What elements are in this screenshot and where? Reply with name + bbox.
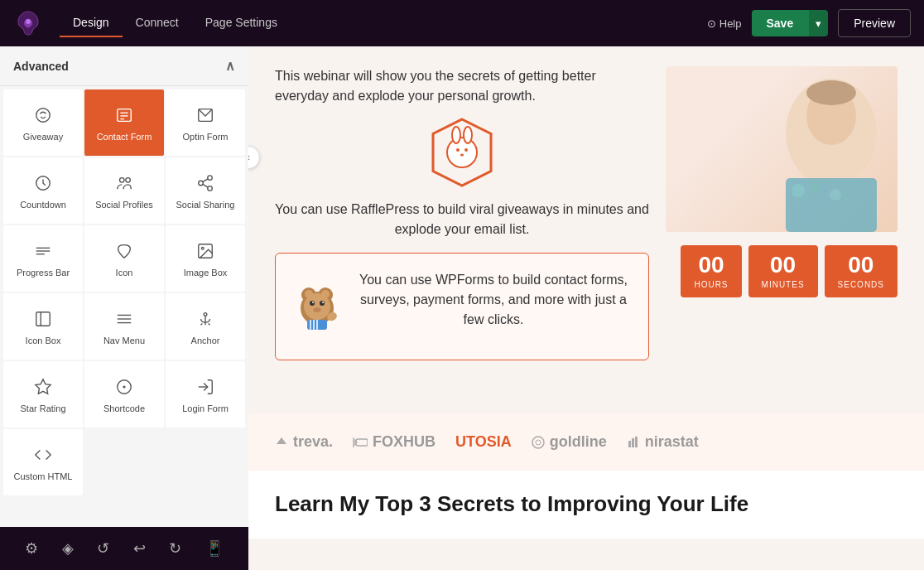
- intro-paragraph: This webinar will show you the secrets o…: [275, 66, 649, 106]
- svg-point-19: [201, 247, 204, 249]
- widget-shortcode[interactable]: Shortcode: [84, 361, 164, 428]
- svg-point-10: [208, 176, 213, 181]
- widget-progress-bar-label: Progress Bar: [17, 268, 70, 278]
- widget-login-form[interactable]: Login Form: [166, 361, 245, 428]
- logo-goldline: goldline: [532, 433, 607, 451]
- svg-line-28: [209, 323, 210, 325]
- svg-point-36: [464, 127, 472, 143]
- tab-page-settings[interactable]: Page Settings: [192, 9, 291, 37]
- countdown-icon: [34, 174, 52, 195]
- raffle-hexagon: [429, 119, 495, 186]
- anchor-icon: [196, 310, 214, 331]
- svg-point-34: [447, 138, 477, 167]
- widget-star-rating[interactable]: Star Rating: [3, 361, 83, 428]
- widget-social-profiles[interactable]: Social Profiles: [84, 157, 164, 224]
- hours-value: 00: [694, 254, 728, 277]
- svg-rect-20: [36, 312, 51, 326]
- widget-image-box[interactable]: Image Box: [166, 225, 245, 292]
- preview-button[interactable]: Preview: [838, 9, 911, 37]
- widget-icon-box[interactable]: Icon Box: [3, 293, 83, 360]
- svg-point-50: [313, 307, 321, 312]
- widget-icon[interactable]: Icon: [84, 225, 164, 292]
- widget-social-sharing[interactable]: Social Sharing: [166, 157, 245, 224]
- sidebar-panel: Advanced ∧ Giveaway: [0, 46, 248, 570]
- logo-nirastat: nirastat: [627, 433, 699, 451]
- nav-menu-icon: [115, 310, 133, 331]
- wpforms-box: You can use WPForms to build contact for…: [275, 253, 649, 360]
- history-toolbar-icon[interactable]: ↺: [90, 536, 116, 561]
- bottom-toolbar: ⚙ ◈ ↺ ↩ ↻ 📱: [0, 527, 248, 570]
- widget-optin-form[interactable]: Optin Form: [166, 89, 245, 156]
- canvas-area: ‹ This webinar will show you the secrets…: [248, 46, 924, 570]
- social-sharing-icon: [196, 174, 214, 195]
- wpforms-bear-icon: [292, 282, 342, 331]
- logo-treva: treva.: [275, 433, 333, 451]
- svg-point-31: [123, 386, 125, 388]
- widget-nav-menu[interactable]: Nav Menu: [84, 293, 164, 360]
- shortcode-icon: [115, 378, 133, 399]
- widget-login-form-label: Login Form: [182, 403, 229, 414]
- svg-point-45: [304, 293, 330, 320]
- wpforms-description: You can use WPForms to build contact for…: [355, 270, 632, 330]
- top-navigation: Design Connect Page Settings ⊙ Help Save…: [0, 0, 924, 46]
- svg-point-39: [460, 154, 464, 157]
- app-logo[interactable]: [13, 8, 43, 38]
- sidebar-header: Advanced ∧: [0, 46, 248, 86]
- widget-image-box-label: Image Box: [184, 268, 228, 278]
- tab-connect[interactable]: Connect: [123, 9, 192, 37]
- widget-progress-bar[interactable]: Progress Bar: [3, 225, 83, 292]
- seconds-label: SECONDS: [838, 280, 884, 289]
- mobile-toolbar-icon[interactable]: 📱: [199, 536, 230, 561]
- nav-right-actions: ⊙ Help Save ▾ Preview: [707, 9, 911, 37]
- countdown-hours: 00 HOURS: [681, 245, 741, 297]
- countdown-minutes: 00 MINUTES: [748, 245, 818, 297]
- widget-giveaway-label: Giveaway: [23, 132, 63, 142]
- widget-nav-menu-label: Nav Menu: [103, 336, 145, 346]
- svg-rect-65: [356, 439, 368, 446]
- widget-contact-form[interactable]: Contact Form: [84, 89, 164, 156]
- svg-point-9: [126, 177, 131, 182]
- icon-widget-icon: [115, 242, 133, 263]
- widget-anchor[interactable]: Anchor: [166, 293, 245, 360]
- learn-title: Learn My Top 3 Secrets to Improving Your…: [275, 490, 898, 519]
- countdown-seconds: 00 SECONDS: [825, 245, 898, 297]
- save-button[interactable]: Save: [752, 10, 809, 36]
- svg-point-35: [452, 127, 460, 143]
- svg-point-49: [322, 302, 324, 303]
- page-content: This webinar will show you the secrets o…: [248, 46, 924, 413]
- svg-point-8: [120, 177, 125, 182]
- save-dropdown-button[interactable]: ▾: [808, 10, 828, 36]
- help-link[interactable]: ⊙ Help: [707, 17, 742, 30]
- countdown-section: 00 HOURS 00 MINUTES 00 SECONDS: [666, 245, 898, 297]
- svg-point-62: [806, 80, 856, 105]
- svg-point-38: [464, 148, 468, 152]
- minutes-value: 00: [762, 254, 805, 277]
- svg-line-27: [201, 323, 203, 325]
- settings-toolbar-icon[interactable]: ⚙: [18, 536, 45, 561]
- layers-toolbar-icon[interactable]: ◈: [55, 536, 80, 561]
- widget-custom-html[interactable]: Custom HTML: [3, 429, 83, 495]
- person-image-area: [666, 66, 898, 232]
- widget-social-sharing-label: Social Sharing: [176, 200, 235, 210]
- widget-contact-form-label: Contact Form: [97, 132, 152, 142]
- redo-toolbar-icon[interactable]: ↻: [162, 536, 188, 561]
- widget-countdown-label: Countdown: [20, 200, 66, 210]
- widget-shortcode-label: Shortcode: [103, 403, 145, 414]
- chevron-up-icon[interactable]: ∧: [225, 58, 235, 74]
- widget-grid: Giveaway Contact Form: [0, 86, 248, 499]
- star-rating-icon: [34, 378, 52, 399]
- save-button-group: Save ▾: [752, 10, 829, 36]
- learn-section: Learn My Top 3 Secrets to Improving Your…: [248, 471, 924, 539]
- minutes-label: MINUTES: [762, 280, 805, 289]
- widget-icon-label: Icon: [116, 268, 133, 278]
- widget-giveaway[interactable]: Giveaway: [3, 89, 83, 156]
- undo-toolbar-icon[interactable]: ↩: [127, 536, 152, 561]
- giveaway-icon: [34, 106, 52, 127]
- image-box-icon: [196, 242, 214, 263]
- logo-utosia: UTOSIA: [455, 433, 512, 451]
- widget-icon-box-label: Icon Box: [26, 336, 61, 346]
- widget-countdown[interactable]: Countdown: [3, 157, 83, 224]
- tab-design[interactable]: Design: [60, 9, 123, 37]
- svg-point-59: [810, 181, 820, 191]
- svg-point-67: [536, 440, 541, 445]
